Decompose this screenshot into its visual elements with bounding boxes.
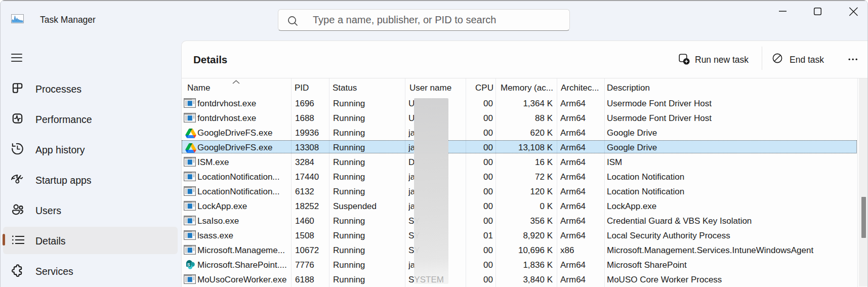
svg-text:S: S bbox=[187, 262, 190, 267]
